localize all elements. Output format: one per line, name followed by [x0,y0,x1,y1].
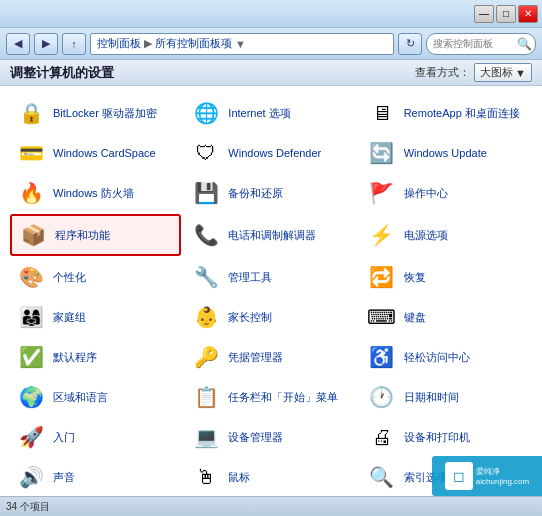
cp-icon-mouse: 🖱 [190,461,222,493]
view-mode-button[interactable]: 大图标 ▼ [474,63,532,82]
refresh-button[interactable]: ↻ [398,33,422,55]
cp-label-keyboard: 键盘 [404,310,426,324]
close-button[interactable]: ✕ [518,5,538,23]
cp-icon-printdev: 🖨 [366,421,398,453]
forward-button[interactable]: ▶ [34,33,58,55]
cp-item-datetime[interactable]: 🕐日期和时间 [361,378,532,416]
cp-icon-datetime: 🕐 [366,381,398,413]
cp-item-phone[interactable]: 📞电话和调制解调器 [185,214,356,256]
address-bar: ◀ ▶ ↑ 控制面板 ▶ 所有控制面板项 ▼ ↻ 🔍 [0,28,542,60]
item-count: 34 个项目 [6,500,50,514]
cp-item-taskbar[interactable]: 📋任务栏和「开始」菜单 [185,378,356,416]
cp-icon-homegroup: 👨‍👩‍👧 [15,301,47,333]
toolbar: 调整计算机的设置 查看方式： 大图标 ▼ [0,60,542,86]
cp-item-printdev[interactable]: 🖨设备和打印机 [361,418,532,456]
cp-item-personalize[interactable]: 🎨个性化 [10,258,181,296]
cp-label-remoteapp: RemoteApp 和桌面连接 [404,106,520,120]
search-box[interactable]: 🔍 [426,33,536,55]
cp-label-homegroup: 家庭组 [53,310,86,324]
back-button[interactable]: ◀ [6,33,30,55]
window-controls: — □ ✕ [474,5,538,23]
cp-icon-devmgr: 💻 [190,421,222,453]
cp-item-defender[interactable]: 🛡Windows Defender [185,134,356,172]
cp-item-sound[interactable]: 🔊声音 [10,458,181,496]
cp-item-homegroup[interactable]: 👨‍👩‍👧家庭组 [10,298,181,336]
cp-label-internet: Internet 选项 [228,106,290,120]
cp-icon-recovery: 🔁 [366,261,398,293]
breadcrumb-item-1[interactable]: 控制面板 [97,36,141,51]
cp-label-backup: 备份和还原 [228,186,283,200]
cp-icon-access: ♿ [366,341,398,373]
cp-item-bitlocker[interactable]: 🔒BitLocker 驱动器加密 [10,94,181,132]
cp-icon-defender: 🛡 [190,137,222,169]
cp-item-mouse[interactable]: 🖱鼠标 [185,458,356,496]
cp-icon-taskbar: 📋 [190,381,222,413]
breadcrumb-sep-1: ▶ [144,37,152,50]
breadcrumb-item-2[interactable]: 所有控制面板项 [155,36,232,51]
minimize-button[interactable]: — [474,5,494,23]
cp-icon-indexing: 🔍 [366,461,398,493]
cp-label-firewall: Windows 防火墙 [53,186,134,200]
breadcrumb[interactable]: 控制面板 ▶ 所有控制面板项 ▼ [90,33,394,55]
cp-label-datetime: 日期和时间 [404,390,459,404]
search-input[interactable] [433,38,513,49]
up-button[interactable]: ↑ [62,33,86,55]
cp-label-defender: Windows Defender [228,146,321,160]
cp-icon-cardspace: 💳 [15,137,47,169]
cp-label-access: 轻松访问中心 [404,350,470,364]
page-title: 调整计算机的设置 [10,64,114,82]
cp-icon-sound: 🔊 [15,461,47,493]
watermark-line1: 爱纯净 [476,466,529,477]
cp-label-cardspace: Windows CardSpace [53,146,156,160]
cp-label-power: 电源选项 [404,228,448,242]
cp-label-printdev: 设备和打印机 [404,430,470,444]
cp-label-personalize: 个性化 [53,270,86,284]
cp-item-internet[interactable]: 🌐Internet 选项 [185,94,356,132]
cp-item-credential[interactable]: 🔑凭据管理器 [185,338,356,376]
cp-item-firewall[interactable]: 🔥Windows 防火墙 [10,174,181,212]
cp-icon-keyboard: ⌨ [366,301,398,333]
cp-item-devmgr[interactable]: 💻设备管理器 [185,418,356,456]
cp-label-action: 操作中心 [404,186,448,200]
cp-icon-winupdate: 🔄 [366,137,398,169]
cp-item-keyboard[interactable]: ⌨键盘 [361,298,532,336]
title-bar: — □ ✕ [0,0,542,28]
cp-label-phone: 电话和调制解调器 [228,228,316,242]
items-grid: 🔒BitLocker 驱动器加密🌐Internet 选项🖥RemoteApp 和… [10,94,532,496]
cp-label-getstarted: 入门 [53,430,75,444]
cp-item-programs[interactable]: 📦程序和功能 [10,214,181,256]
cp-item-getstarted[interactable]: 🚀入门 [10,418,181,456]
cp-item-default[interactable]: ✅默认程序 [10,338,181,376]
cp-item-remoteapp[interactable]: 🖥RemoteApp 和桌面连接 [361,94,532,132]
cp-icon-power: ⚡ [366,219,398,251]
cp-item-region[interactable]: 🌍区域和语言 [10,378,181,416]
cp-label-credential: 凭据管理器 [228,350,283,364]
cp-icon-parental: 👶 [190,301,222,333]
cp-label-bitlocker: BitLocker 驱动器加密 [53,106,157,120]
cp-item-power[interactable]: ⚡电源选项 [361,214,532,256]
cp-item-access[interactable]: ♿轻松访问中心 [361,338,532,376]
cp-label-mouse: 鼠标 [228,470,250,484]
cp-label-default: 默认程序 [53,350,97,364]
view-dropdown-arrow: ▼ [515,67,526,79]
cp-item-cardspace[interactable]: 💳Windows CardSpace [10,134,181,172]
cp-icon-bitlocker: 🔒 [15,97,47,129]
cp-label-recovery: 恢复 [404,270,426,284]
cp-item-action[interactable]: 🚩操作中心 [361,174,532,212]
cp-item-admin[interactable]: 🔧管理工具 [185,258,356,296]
view-current-label: 大图标 [480,65,513,80]
cp-item-backup[interactable]: 💾备份和还原 [185,174,356,212]
cp-icon-getstarted: 🚀 [15,421,47,453]
cp-item-recovery[interactable]: 🔁恢复 [361,258,532,296]
view-selector: 查看方式： 大图标 ▼ [415,63,532,82]
restore-button[interactable]: □ [496,5,516,23]
cp-icon-region: 🌍 [15,381,47,413]
cp-item-winupdate[interactable]: 🔄Windows Update [361,134,532,172]
status-bar: 34 个项目 [0,496,542,516]
cp-item-parental[interactable]: 👶家长控制 [185,298,356,336]
cp-icon-personalize: 🎨 [15,261,47,293]
cp-label-admin: 管理工具 [228,270,272,284]
cp-icon-action: 🚩 [366,177,398,209]
cp-label-programs: 程序和功能 [55,228,110,242]
cp-label-winupdate: Windows Update [404,146,487,160]
